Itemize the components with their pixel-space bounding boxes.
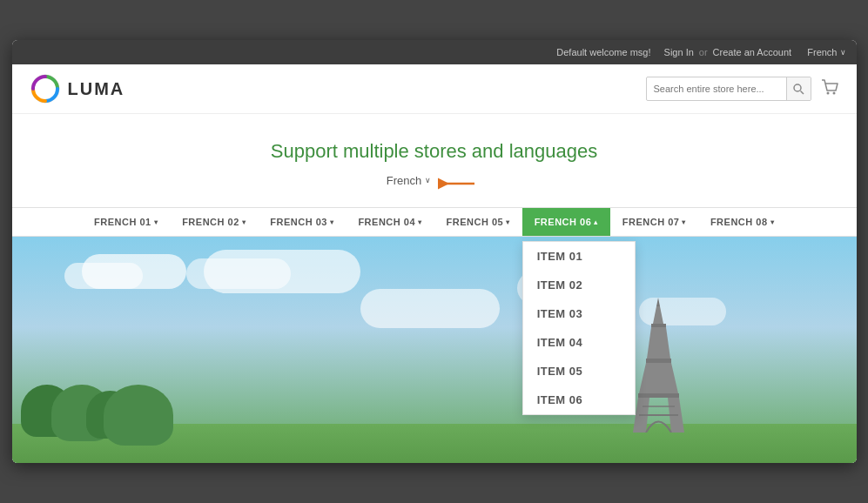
separator-2: [797, 47, 802, 57]
french-label: French: [387, 174, 421, 187]
nav-label-french06: FRENCH 06: [535, 217, 592, 227]
hero-text-area: Support multiple stores and languages Fr…: [12, 131, 857, 207]
nav-item-french07[interactable]: FRENCH 07 ▾: [610, 208, 698, 236]
tree-4: [104, 385, 173, 446]
svg-rect-11: [638, 393, 679, 398]
nav-chevron-6: ▴: [594, 218, 598, 226]
dropdown-item-1[interactable]: Item 01: [523, 242, 635, 271]
arrow-annotation-french: [438, 171, 481, 196]
nav-item-french02[interactable]: FRENCH 02 ▾: [170, 208, 258, 236]
nav-chevron-5: ▾: [506, 218, 510, 226]
cloud-5: [360, 289, 500, 328]
top-bar-right: Default welcome msg! Sign In or Create a…: [556, 47, 845, 57]
nav-chevron-4: ▾: [418, 218, 422, 226]
dropdown-item-6[interactable]: Item 06: [523, 386, 635, 414]
nav-item-french05[interactable]: FRENCH 05 ▾: [434, 208, 522, 236]
eiffel-tower: [630, 298, 687, 433]
dropdown-item-3[interactable]: Item 03: [523, 299, 635, 328]
nav-item-french03[interactable]: FRENCH 03 ▾: [258, 208, 346, 236]
welcome-message: Default welcome msg!: [556, 47, 650, 57]
header-right: [646, 77, 839, 101]
svg-line-2: [800, 91, 804, 94]
nav-chevron-8: ▾: [770, 218, 775, 226]
nav-label-french07: FRENCH 07: [622, 217, 680, 227]
svg-marker-6: [653, 306, 663, 324]
svg-point-1: [794, 84, 801, 91]
nav-item-french04[interactable]: FRENCH 04 ▾: [346, 208, 434, 236]
svg-rect-9: [646, 359, 671, 363]
dropdown-item-5[interactable]: Item 05: [523, 357, 635, 386]
nav-chevron-1: ▾: [154, 218, 158, 226]
browser-frame: Default welcome msg! Sign In or Create a…: [12, 40, 857, 463]
main-content: Support multiple stores and languages Fr…: [12, 114, 857, 463]
svg-marker-8: [647, 327, 670, 359]
nav-chevron-7: ▾: [682, 218, 686, 226]
nav-label-french04: FRENCH 04: [358, 217, 415, 227]
search-box: [646, 77, 811, 101]
cart-icon[interactable]: [820, 77, 839, 101]
nav-label-french02: FRENCH 02: [182, 217, 239, 227]
logo-text: LUMA: [68, 79, 125, 99]
svg-point-4: [832, 91, 835, 94]
cart-svg: [820, 77, 839, 97]
nav-item-french08[interactable]: FRENCH 08 ▾: [698, 208, 786, 236]
nav-item-french06[interactable]: FRENCH 06 ▴ ☞ Item 01 Item 02 Item 03 It…: [522, 208, 610, 236]
cloud-2: [64, 263, 143, 289]
svg-rect-7: [651, 324, 666, 327]
or-text: or: [699, 47, 708, 57]
language-label: French: [807, 47, 837, 57]
luma-logo-icon: [30, 73, 61, 104]
hero-image: [12, 237, 857, 463]
search-icon: [793, 84, 804, 95]
french-dropdown-trigger[interactable]: French ∨: [387, 174, 431, 187]
dropdown-item-4[interactable]: Item 04: [523, 328, 635, 357]
nav-chevron-2: ▾: [242, 218, 246, 226]
language-chevron: ∨: [840, 48, 846, 57]
hero-title: Support multiple stores and languages: [12, 140, 857, 163]
french-chevron: ∨: [425, 176, 431, 184]
site-header: LUMA: [12, 64, 857, 114]
nav-label-french05: FRENCH 05: [447, 217, 504, 227]
separator-1: [656, 47, 659, 57]
cloud-4: [186, 258, 291, 289]
logo-area: LUMA: [30, 73, 125, 104]
svg-marker-5: [656, 298, 660, 306]
nav-label-french03: FRENCH 03: [270, 217, 327, 227]
create-account-link[interactable]: Create an Account: [713, 47, 792, 57]
nav-label-french01: FRENCH 01: [94, 217, 151, 227]
svg-point-3: [826, 91, 829, 94]
nav-bar: FRENCH 01 ▾ FRENCH 02 ▾ FRENCH 03 ▾ FREN…: [12, 207, 857, 237]
language-selector[interactable]: French ∨: [807, 47, 845, 57]
search-button[interactable]: [786, 77, 811, 101]
nav-label-french08: FRENCH 08: [710, 217, 768, 227]
dropdown-item-2[interactable]: Item 02: [523, 271, 635, 299]
nav-chevron-3: ▾: [330, 218, 334, 226]
svg-marker-10: [639, 363, 678, 393]
top-bar: Default welcome msg! Sign In or Create a…: [12, 40, 857, 64]
signin-link[interactable]: Sign In: [664, 47, 694, 57]
nav-dropdown-french06: Item 01 Item 02 Item 03 Item 04 Item 05 …: [522, 241, 636, 415]
nav-item-french01[interactable]: FRENCH 01 ▾: [82, 208, 170, 236]
search-input[interactable]: [647, 84, 786, 94]
